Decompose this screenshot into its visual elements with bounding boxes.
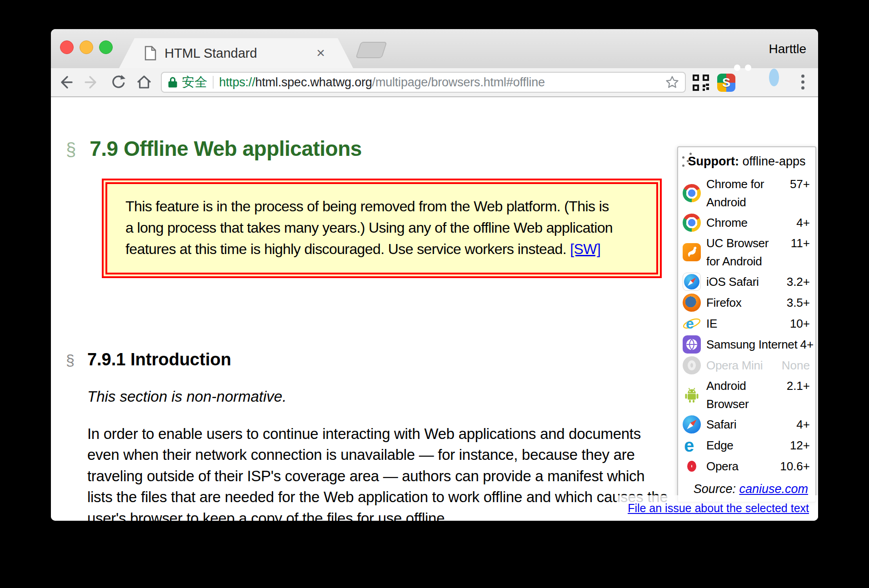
- chrome-icon: [683, 184, 701, 202]
- browser-name: Android Browser: [706, 377, 783, 413]
- support-row-opera-mini: Opera Mini None: [678, 355, 815, 376]
- opera-icon: [683, 457, 701, 475]
- tab-strip: HTML Standard × Harttle: [51, 29, 818, 68]
- s-extension-icon: S: [717, 74, 735, 92]
- file-issue-link[interactable]: File an issue about the selected text: [628, 502, 809, 515]
- page-icon: [145, 46, 156, 60]
- support-row-firefox: Firefox 3.5+: [678, 292, 815, 313]
- browser-name: Samsung Internet: [706, 335, 797, 354]
- section-heading-7-9-1: § 7.9.1 Introduction: [66, 350, 231, 369]
- section-marker-icon[interactable]: §: [66, 351, 75, 369]
- paragraph-line-clipped: user's browser to keep a copy of the fil…: [87, 510, 449, 521]
- home-icon: [135, 74, 153, 91]
- support-row-safari: Safari 4+: [678, 414, 815, 435]
- opera-mini-icon: [683, 356, 701, 374]
- back-arrow-icon: [57, 74, 75, 91]
- support-feature-name: offline-apps: [742, 154, 805, 168]
- caniuse-link[interactable]: caniuse.com: [739, 482, 808, 496]
- donut-extension-icon: [769, 69, 779, 86]
- svg-text:e: e: [686, 315, 694, 332]
- tab-title: HTML Standard: [165, 46, 257, 61]
- donut-extension-button[interactable]: [769, 74, 787, 92]
- uc-browser-icon: [683, 243, 701, 261]
- support-row-samsung-internet: Samsung Internet 4+: [678, 334, 815, 355]
- edge-icon: e: [683, 436, 701, 454]
- back-button[interactable]: [57, 74, 75, 91]
- sw-spec-link[interactable]: [SW]: [570, 241, 600, 257]
- dark-extension-button[interactable]: [743, 74, 761, 92]
- browser-version: 4+: [797, 335, 814, 354]
- browser-version: 4+: [794, 214, 810, 232]
- heading-offline-web-applications: 7.9 Offline Web applications: [90, 136, 362, 161]
- section-marker-icon[interactable]: §: [66, 140, 76, 160]
- svg-text:e: e: [684, 436, 694, 454]
- heading-introduction: 7.9.1 Introduction: [87, 350, 231, 369]
- paragraph-line: traveling outside of their ISP's coverag…: [87, 468, 644, 485]
- qr-extension-button[interactable]: [692, 74, 710, 92]
- forward-button[interactable]: [83, 74, 100, 91]
- warning-line: a long process that takes many years.) U…: [125, 217, 638, 239]
- close-window-button[interactable]: [60, 40, 74, 54]
- browser-version: 3.5+: [784, 294, 810, 312]
- caniuse-support-panel: Support: offline-apps Chrome for Android…: [677, 146, 816, 503]
- url-divider: [213, 76, 214, 89]
- traffic-lights: [60, 40, 113, 54]
- forward-arrow-icon: [83, 74, 100, 91]
- chrome-icon: [683, 214, 701, 232]
- browser-name: iOS Safari: [706, 273, 759, 291]
- browser-version: 2.1+: [784, 377, 810, 395]
- zoom-window-button[interactable]: [99, 40, 113, 54]
- profile-name: Harttle: [769, 42, 806, 56]
- support-panel-header: Support: offline-apps: [678, 152, 815, 174]
- browser-name: Chrome for Android: [706, 175, 783, 211]
- support-row-android-browser: Android Browser 2.1+: [678, 376, 815, 414]
- support-row-chrome-android: Chrome for Android 57+: [678, 174, 815, 212]
- browser-name: IE: [706, 314, 717, 333]
- url-domain: html.spec.whatwg.org: [255, 75, 372, 89]
- support-row-ios-safari: iOS Safari 3.2+: [678, 271, 815, 292]
- browser-version: 57+: [787, 175, 810, 193]
- browser-menu-button[interactable]: [801, 75, 804, 91]
- reload-icon: [110, 74, 127, 91]
- url-text[interactable]: https://html.spec.whatwg.org/multipage/b…: [219, 75, 545, 90]
- browser-version: 3.2+: [784, 273, 810, 291]
- bookmark-star-icon[interactable]: [665, 75, 679, 90]
- tab-close-icon[interactable]: ×: [316, 45, 325, 61]
- warning-line: features at this time is highly discoura…: [125, 239, 638, 260]
- support-row-uc-browser: UC Browser for Android 11+: [678, 233, 815, 271]
- browser-name: Opera Mini: [706, 356, 763, 374]
- support-row-ie: e IE 10+: [678, 313, 815, 334]
- firefox-icon: [683, 294, 701, 312]
- support-row-opera: Opera 10.6+: [678, 456, 815, 477]
- ios-safari-icon: [683, 273, 701, 291]
- browser-name: UC Browser for Android: [706, 234, 783, 270]
- browser-window: HTML Standard × Harttle: [51, 29, 818, 521]
- section-heading-7-9: § 7.9 Offline Web applications: [66, 136, 362, 161]
- qr-code-icon: [692, 74, 710, 92]
- file-issue-bar: File an issue about the selected text: [617, 495, 818, 521]
- secure-lock-icon[interactable]: [167, 76, 178, 88]
- s-extension-button[interactable]: S: [717, 74, 735, 92]
- browser-version: 4+: [794, 415, 810, 434]
- removal-warning-box: This feature is in the process of being …: [102, 179, 662, 278]
- non-normative-note: This section is non-normative.: [87, 388, 286, 405]
- support-label: Support:: [688, 154, 739, 168]
- safari-icon: [683, 415, 701, 434]
- browser-name: Firefox: [706, 294, 741, 312]
- browser-name: Chrome: [706, 214, 748, 232]
- address-bar[interactable]: 安全 https://html.spec.whatwg.org/multipag…: [161, 72, 686, 93]
- new-tab-button[interactable]: [355, 42, 387, 58]
- paragraph-line: even when their network connection is un…: [87, 446, 634, 463]
- browser-name: Edge: [706, 436, 734, 454]
- security-chip-label[interactable]: 安全: [182, 74, 207, 91]
- internet-explorer-icon: e: [683, 314, 701, 333]
- tab-html-standard[interactable]: HTML Standard ×: [119, 38, 353, 68]
- android-icon: [683, 386, 701, 404]
- reload-button[interactable]: [110, 74, 127, 91]
- paragraph-line: In order to enable users to continue int…: [87, 425, 641, 443]
- url-path: /multipage/browsers.html#offline: [372, 75, 545, 89]
- url-scheme: https://: [219, 75, 255, 89]
- page-content: § 7.9 Offline Web applications This feat…: [51, 97, 818, 521]
- minimize-window-button[interactable]: [80, 40, 93, 54]
- home-button[interactable]: [135, 74, 153, 91]
